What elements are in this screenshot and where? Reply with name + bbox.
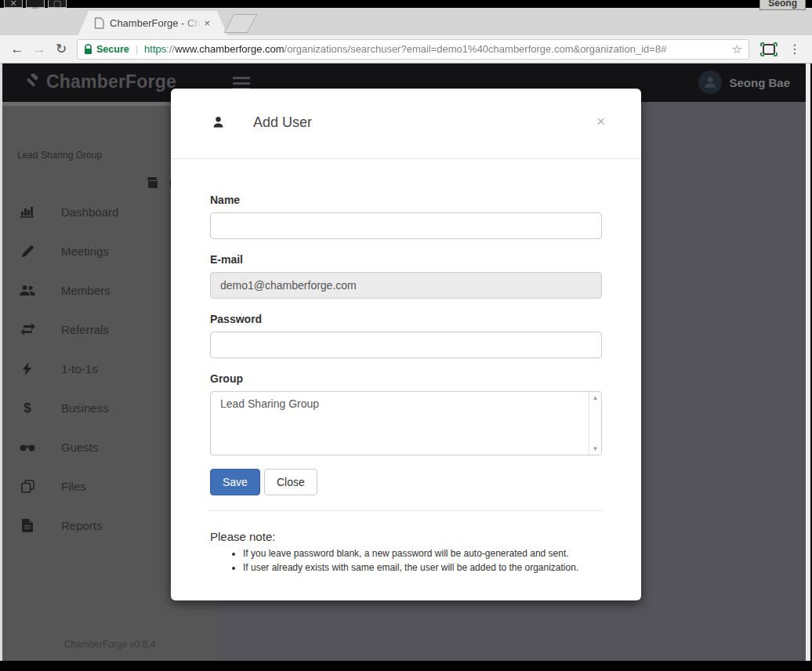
sidebar-item-label: Meetings <box>61 245 109 258</box>
note-item: If user already exists with same email, … <box>243 562 602 573</box>
password-input[interactable] <box>210 332 602 358</box>
window-close-button[interactable]: ✕ <box>4 0 23 8</box>
save-button[interactable]: Save <box>210 469 260 495</box>
modal-close-icon[interactable]: × <box>596 113 605 130</box>
session-user-chip: Seong <box>759 0 806 10</box>
url-path: /organizations/searchuser?email=demo1%40… <box>285 43 667 55</box>
window-left-border <box>0 63 2 661</box>
bolt-icon <box>20 362 35 375</box>
secure-label: Secure <box>96 44 129 55</box>
person-icon <box>212 115 225 129</box>
page-scrollbar[interactable] <box>806 63 810 661</box>
group-select[interactable]: Lead Sharing Group ▲ ▼ <box>210 391 602 455</box>
sidebar-item-label: Guests <box>61 441 99 454</box>
sidebar-item-label: Reports <box>61 519 103 532</box>
password-label: Password <box>210 313 602 325</box>
guests-icon <box>20 442 35 452</box>
scroll-up-icon[interactable]: ▲ <box>589 394 601 401</box>
svg-text:$: $ <box>24 401 31 415</box>
browser-tab[interactable]: ChamberForge - Cha × <box>78 11 227 35</box>
forward-icon[interactable]: → <box>28 42 50 57</box>
tab-close-icon[interactable]: × <box>204 17 210 29</box>
desktop-titlebar: ✕ ▁ ▢ <box>0 0 812 8</box>
report-icon <box>20 519 35 532</box>
sidebar-item-label: Files <box>61 480 86 493</box>
name-label: Name <box>210 194 602 206</box>
url-host: www.chamberforge.com <box>175 43 284 55</box>
group-option[interactable]: Lead Sharing Group <box>211 392 601 410</box>
brand-text: ChamberForge <box>46 71 176 92</box>
sidebar-group-label: Lead Sharing Group <box>17 150 102 161</box>
tab-strip: ChamberForge - Cha × <box>0 8 812 35</box>
modal-title: Add User <box>253 114 312 131</box>
add-user-modal: Add User × Name E-mail Password Group Le… <box>171 89 641 600</box>
capture-extension-icon[interactable] <box>760 42 778 56</box>
browser-toolbar: ← → ↻ Secure | https://www.chamberforge.… <box>0 35 812 63</box>
close-button[interactable]: Close <box>264 469 317 495</box>
header-user-name: Seong Bae <box>729 76 790 89</box>
address-bar[interactable]: Secure | https://www.chamberforge.com/or… <box>77 39 749 60</box>
app-version-label: ChamberForge v0.8.4 <box>2 639 217 650</box>
sidebar-item-label: Members <box>61 284 111 297</box>
scroll-down-icon[interactable]: ▼ <box>589 445 601 452</box>
book-icon[interactable] <box>146 176 160 190</box>
gavel-icon <box>24 74 41 91</box>
name-input[interactable] <box>210 212 602 239</box>
dashboard-icon <box>20 205 35 218</box>
group-select-scrollbar[interactable]: ▲ ▼ <box>589 392 601 455</box>
users-icon <box>20 285 35 296</box>
chrome-menu-icon[interactable]: ⋮ <box>787 42 803 56</box>
window-maximize-button[interactable]: ▢ <box>48 0 67 8</box>
email-label: E-mail <box>210 253 602 266</box>
group-label: Group <box>210 372 602 385</box>
note-item: If you leave password blank, a new passw… <box>243 548 602 559</box>
copy-icon <box>20 480 35 493</box>
dollar-icon: $ <box>20 401 35 415</box>
pencil-icon <box>20 245 35 258</box>
tab-title: ChamberForge - Cha <box>110 17 201 29</box>
header-user-menu[interactable]: Seong Bae <box>698 71 790 94</box>
reload-icon[interactable]: ↻ <box>50 41 72 57</box>
new-tab-button[interactable] <box>224 14 258 33</box>
page-icon <box>94 17 104 29</box>
bookmark-star-icon[interactable]: ☆ <box>732 42 742 56</box>
exchange-icon <box>20 323 35 336</box>
sidebar-item-label: Business <box>61 401 109 415</box>
url-text: https://www.chamberforge.com/organizatio… <box>144 43 727 55</box>
note-heading: Please note: <box>210 530 602 543</box>
modal-body: Name E-mail Password Group Lead Sharing … <box>171 159 641 573</box>
modal-header: Add User × <box>171 89 641 159</box>
lock-icon <box>84 44 92 55</box>
url-separator: | <box>136 43 138 55</box>
modal-actions: Save Close <box>210 469 602 495</box>
modal-divider <box>210 510 602 511</box>
url-scheme-sep: :// <box>166 43 175 55</box>
sidebar-item-label: Dashboard <box>61 205 118 219</box>
back-icon[interactable]: ← <box>6 42 28 57</box>
sidebar-item-label: Referrals <box>61 323 109 336</box>
note-list: If you leave password blank, a new passw… <box>243 548 602 573</box>
screen: ✕ ▁ ▢ Seong ChamberForge - Cha × ← → ↻ S… <box>0 0 812 671</box>
window-minimize-button[interactable]: ▁ <box>26 0 45 8</box>
email-input <box>210 272 602 299</box>
url-scheme: https <box>144 43 166 55</box>
brand[interactable]: ChamberForge <box>24 71 176 92</box>
sidebar-item-label: 1-to-1s <box>61 362 98 375</box>
avatar <box>698 71 722 94</box>
